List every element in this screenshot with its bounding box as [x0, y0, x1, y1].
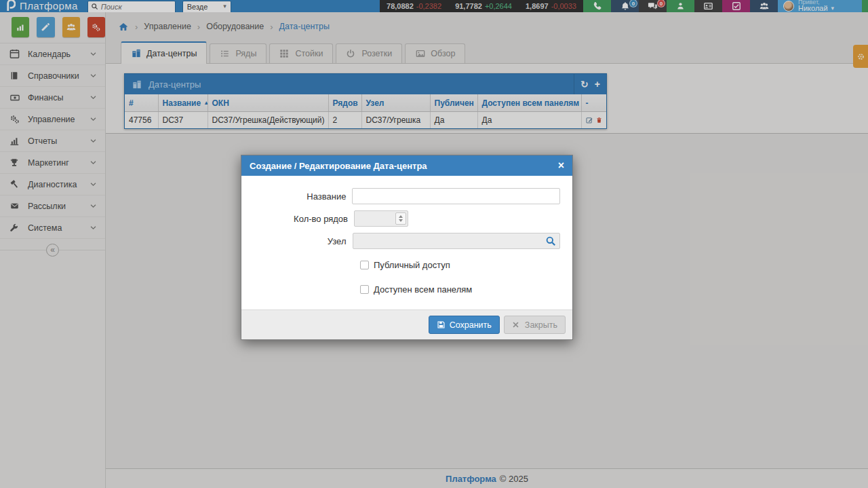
- modal-body: Название Кол-во рядов Узел: [241, 176, 572, 309]
- save-icon: [437, 320, 446, 329]
- public-access-checkbox[interactable]: [360, 261, 369, 269]
- public-access-option: Публичный доступ: [360, 255, 560, 275]
- step-down-icon: [399, 219, 403, 222]
- application-window: Платформа Везде ▾ 78,0882 -0,2382 91,778…: [0, 0, 868, 488]
- modal-footer: Сохранить Закрыть: [241, 309, 572, 339]
- node-field-label: Узел: [254, 236, 353, 246]
- all-panels-checkbox[interactable]: [360, 285, 369, 294]
- name-field-label: Название: [254, 191, 352, 202]
- close-icon[interactable]: ×: [558, 160, 564, 171]
- close-icon: [512, 320, 521, 329]
- datacenter-modal: Создание / Редактирование Дата-центра × …: [241, 155, 573, 340]
- cancel-button[interactable]: Закрыть: [504, 316, 566, 334]
- stepper-buttons[interactable]: [395, 212, 406, 225]
- node-lookup: [353, 233, 560, 249]
- rows-count-field[interactable]: [355, 214, 395, 223]
- modal-title: Создание / Редактирование Дата-центра: [250, 161, 427, 171]
- save-button-label: Сохранить: [450, 320, 492, 330]
- save-button[interactable]: Сохранить: [429, 316, 500, 334]
- cancel-button-label: Закрыть: [525, 320, 557, 330]
- modal-header: Создание / Редактирование Дата-центра ×: [241, 155, 572, 176]
- rows-count-label: Кол-во рядов: [254, 214, 354, 224]
- all-panels-label: Доступен всем панелям: [374, 284, 472, 295]
- public-access-label: Публичный доступ: [374, 260, 450, 270]
- step-up-icon: [399, 215, 403, 218]
- search-icon[interactable]: [545, 236, 556, 246]
- node-field[interactable]: [353, 236, 545, 246]
- rows-count-stepper: [354, 210, 408, 227]
- name-field[interactable]: [352, 188, 560, 204]
- all-panels-option: Доступен всем панелям: [360, 275, 560, 307]
